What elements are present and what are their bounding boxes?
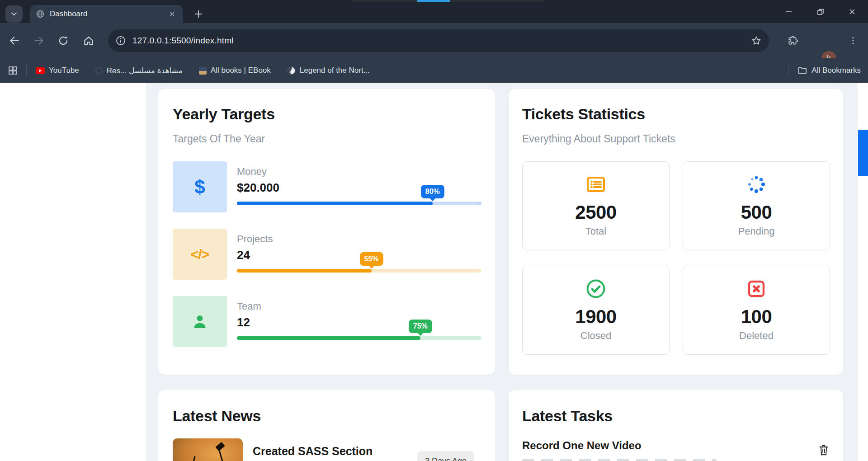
target-value: $20.000	[237, 181, 481, 195]
all-bookmarks-section[interactable]: All Bookmarks	[780, 65, 861, 76]
restore-icon	[816, 8, 825, 16]
delete-task-button[interactable]	[818, 444, 830, 461]
tab-search-button[interactable]	[5, 5, 23, 23]
background-window-progress-sliver	[417, 0, 450, 2]
tab-dashboard[interactable]: Dashboard	[30, 5, 183, 23]
stat-box-closed: 1900 Closed	[522, 266, 670, 355]
team-icon-box	[173, 296, 227, 347]
url-text[interactable]: 127.0.0.1:5500/index.html	[132, 36, 751, 46]
stat-box-deleted: 100 Deleted	[683, 266, 830, 355]
progress-fill	[237, 202, 433, 205]
target-row-projects: </> Projects 24 55%	[173, 229, 481, 280]
target-row-team: Team 12 75%	[173, 296, 481, 347]
bookmark-legend[interactable]: Legend of the Nort...	[287, 66, 370, 75]
forward-arrow-icon	[33, 35, 45, 47]
browser-window: Dashboard	[0, 0, 868, 461]
lamp-silhouette	[185, 456, 195, 461]
card-title: Latest News	[173, 407, 481, 425]
dollar-icon: $	[194, 176, 205, 198]
bookmark-series[interactable]: Res... مشاهدة مسلسل	[95, 66, 183, 75]
close-icon	[169, 11, 175, 17]
ebook-favicon	[199, 67, 207, 75]
news-thumbnail-image	[173, 438, 243, 461]
card-subtitle: Everything About Support Tickets	[522, 133, 830, 145]
task-subtitle-cutoff	[522, 459, 717, 461]
browser-menu-button[interactable]	[843, 31, 863, 51]
scrollbar-thumb[interactable]	[858, 130, 868, 176]
task-title: Record One New Video	[522, 439, 717, 452]
news-item: Created SASS Section 3 Days Ago	[173, 438, 481, 461]
stats-grid: 2500 Total	[522, 161, 830, 355]
stat-value: 2500	[575, 202, 616, 223]
progress-badge: 55%	[360, 252, 383, 266]
task-item: Record One New Video	[522, 439, 830, 461]
minimize-button[interactable]	[773, 0, 805, 23]
card-title: Yearly Targets	[173, 105, 481, 123]
money-icon-box: $	[173, 161, 227, 212]
progress-bar: 75%	[237, 336, 481, 340]
home-icon	[83, 35, 94, 47]
address-bar[interactable]: 127.0.0.1:5500/index.html	[108, 29, 769, 52]
bookmarks-divider	[788, 65, 788, 76]
tab-title: Dashboard	[50, 9, 167, 19]
progress-badge: 80%	[421, 185, 444, 198]
progress-fill	[237, 269, 372, 273]
side-panel-apps-button[interactable]	[7, 65, 18, 76]
forward-button[interactable]	[29, 31, 49, 51]
site-info-icon[interactable]	[115, 35, 126, 46]
card-subtitle: Targets Of The Year	[173, 133, 481, 145]
card-title: Tickets Statistics	[522, 105, 830, 123]
reload-icon	[57, 35, 69, 47]
card-title: Latest Tasks	[522, 407, 830, 425]
home-button[interactable]	[79, 31, 99, 51]
minimize-icon	[785, 8, 793, 16]
bookmark-label: All books | EBook	[211, 66, 271, 75]
targets-list: $ Money $20.000 80% </>	[173, 161, 481, 347]
tickets-statistics-card: Tickets Statistics Everything About Supp…	[509, 89, 843, 375]
spinner-icon	[745, 174, 768, 195]
projects-icon-box: </>	[173, 229, 227, 280]
person-icon	[190, 312, 209, 331]
target-label: Projects	[237, 233, 481, 245]
new-tab-button[interactable]	[192, 7, 205, 21]
apps-grid-icon	[7, 65, 18, 76]
stat-label: Deleted	[739, 330, 774, 342]
trash-icon	[818, 444, 830, 456]
page-sidebar	[0, 83, 146, 461]
puzzle-icon	[787, 35, 798, 47]
target-value: 12	[237, 315, 481, 329]
folder-icon	[797, 66, 807, 75]
back-button[interactable]	[5, 31, 24, 51]
code-icon: </>	[191, 247, 209, 262]
close-icon	[848, 8, 856, 16]
extensions-button[interactable]	[783, 31, 802, 51]
reload-button[interactable]	[53, 31, 73, 51]
tab-strip: Dashboard	[0, 0, 868, 23]
lamp-silhouette	[215, 442, 225, 452]
stat-label: Pending	[738, 226, 775, 237]
restore-button[interactable]	[805, 0, 836, 23]
target-value: 24	[237, 248, 481, 262]
back-arrow-icon	[9, 35, 20, 47]
progress-badge: 75%	[409, 320, 432, 333]
yearly-targets-card: Yearly Targets Targets Of The Year $ Mon…	[158, 89, 495, 375]
all-bookmarks-label: All Bookmarks	[811, 66, 861, 75]
globe-favicon-icon	[36, 9, 45, 19]
progress-bar: 80%	[237, 202, 481, 205]
plus-icon	[193, 9, 203, 19]
stat-value: 100	[741, 306, 772, 328]
bookmark-youtube[interactable]: YouTube	[36, 66, 79, 75]
bookmark-star-icon[interactable]	[751, 35, 762, 46]
close-window-button[interactable]	[836, 0, 868, 23]
kebab-menu-icon	[848, 36, 858, 46]
bookmark-label: Res... مشاهدة مسلسل	[107, 66, 183, 75]
target-label: Money	[237, 166, 481, 178]
circle-favicon	[95, 67, 103, 74]
chevron-down-icon	[9, 9, 19, 19]
bookmark-ebook[interactable]: All books | EBook	[199, 66, 271, 75]
tab-close-button[interactable]	[167, 9, 177, 19]
check-circle-icon	[585, 278, 607, 300]
progress-fill	[237, 336, 420, 340]
page-scrollbar[interactable]	[858, 83, 868, 461]
x-square-icon	[745, 278, 768, 300]
